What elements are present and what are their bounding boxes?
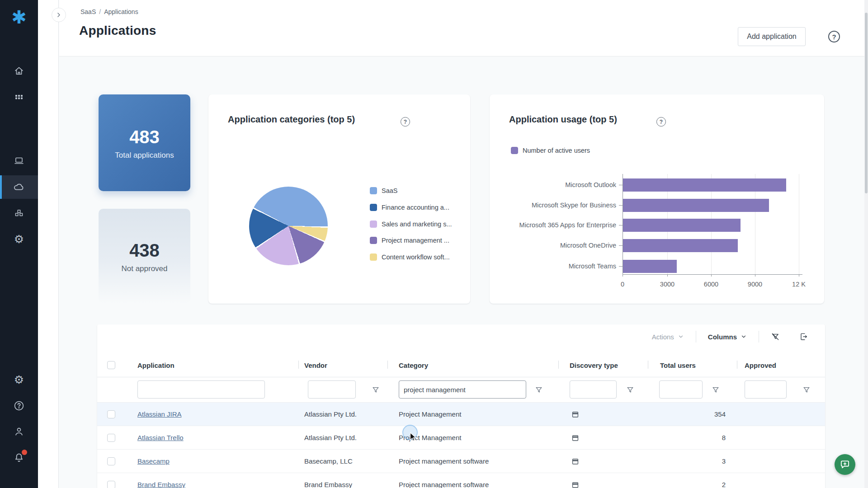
sidebar-item-organization[interactable] <box>0 201 38 225</box>
scrollbar-thumb[interactable] <box>865 13 868 193</box>
sidebar-item-help[interactable] <box>0 394 38 418</box>
legend-label: Content workflow soft... <box>382 253 450 261</box>
funnel-icon[interactable] <box>534 385 543 396</box>
legend-swatch-finance <box>370 204 377 211</box>
legend-item: Sales and marketing s... <box>370 220 452 229</box>
sidebar-item-user[interactable] <box>0 420 38 443</box>
blocks-icon <box>14 207 24 218</box>
bar-microsoft-outlook[interactable] <box>623 178 786 192</box>
legend-swatch-active-users <box>511 147 518 154</box>
column-divider <box>387 361 388 369</box>
legend-item: Finance accounting a... <box>370 203 449 212</box>
sidebar-item-apps[interactable] <box>0 85 38 108</box>
bar-microsoft-teams[interactable] <box>623 260 677 273</box>
bar-microsoft-365-apps[interactable] <box>623 219 741 232</box>
bar-chart-help-icon[interactable]: ? <box>656 117 666 127</box>
gear-icon: ⚙ <box>14 234 24 245</box>
expand-panel-button[interactable] <box>52 8 66 22</box>
y-axis-tick <box>619 245 623 246</box>
category-filter-input[interactable] <box>399 380 526 399</box>
x-tick-label: 6000 <box>695 281 727 288</box>
pie-chart-help-icon[interactable]: ? <box>401 117 410 127</box>
sidebar-item-admin-settings[interactable]: ⚙ <box>0 368 38 391</box>
application-link[interactable]: Atlassian JIRA <box>137 403 182 426</box>
vendor-filter-input[interactable] <box>308 380 356 399</box>
bar-microsoft-skype[interactable] <box>623 199 769 212</box>
table-row[interactable]: Atlassian JIRA Atlassian Pty Ltd. Projec… <box>97 402 825 426</box>
notification-badge <box>22 450 27 455</box>
table-row[interactable]: Basecamp Basecamp, LLC Project managemen… <box>97 449 825 473</box>
bar-legend-item: Number of active users <box>511 146 590 155</box>
pie-chart[interactable] <box>249 187 328 265</box>
vendor-cell: Basecamp, LLC <box>304 450 353 473</box>
funnel-icon[interactable] <box>371 385 380 396</box>
clear-filters-button[interactable] <box>766 332 784 341</box>
y-axis-tick <box>619 266 623 267</box>
table-row[interactable]: Atlassian Trello Atlassian Pty Ltd. Proj… <box>97 426 825 449</box>
select-all-checkbox[interactable] <box>107 361 115 369</box>
funnel-icon[interactable] <box>626 385 635 396</box>
chevron-down-icon <box>741 333 747 340</box>
total-users-filter-input[interactable] <box>659 380 703 399</box>
not-approved-card: 438 Not approved <box>99 209 190 304</box>
x-tick-label: 3000 <box>651 281 683 288</box>
browser-discovery-icon <box>571 410 580 421</box>
support-chat-button[interactable] <box>835 454 855 475</box>
column-header-discovery-type[interactable]: Discovery type <box>570 361 618 369</box>
sidebar-item-settings[interactable]: ⚙ <box>0 227 38 251</box>
legend-label: Project management ... <box>382 237 449 244</box>
brand-logo-icon[interactable]: ✱ <box>0 6 38 28</box>
bar-microsoft-onedrive[interactable] <box>623 239 738 252</box>
bar-chart-title: Application usage (top 5) <box>509 114 617 125</box>
browser-discovery-icon <box>571 457 580 468</box>
discovery-type-filter-input[interactable] <box>570 380 617 399</box>
breadcrumb-saas[interactable]: SaaS <box>80 8 96 15</box>
application-link[interactable]: Atlassian Trello <box>137 426 184 450</box>
approved-filter-input[interactable] <box>745 380 787 399</box>
row-checkbox[interactable] <box>107 481 115 488</box>
application-link[interactable]: Brand Embassy <box>137 473 185 488</box>
vendor-cell: Atlassian Pty Ltd. <box>304 403 357 426</box>
legend-swatch-sales <box>370 221 377 228</box>
column-header-total-users[interactable]: Total users <box>660 361 696 369</box>
x-axis-tick <box>799 274 799 277</box>
row-checkbox[interactable] <box>107 410 115 418</box>
cloud-icon <box>13 181 25 193</box>
total-users-cell: 3 <box>659 450 726 473</box>
sidebar-item-home[interactable] <box>0 59 38 83</box>
legend-item: SaaS <box>370 186 397 195</box>
actions-dropdown[interactable]: Actions <box>652 333 684 341</box>
add-application-button[interactable]: Add application <box>738 27 806 46</box>
gear-icon: ⚙ <box>14 374 24 385</box>
page-help-icon[interactable]: ? <box>828 31 840 42</box>
column-header-category[interactable]: Category <box>399 361 428 369</box>
column-divider <box>298 361 299 369</box>
table-header-row: Application Vendor Category Discovery ty… <box>97 349 825 377</box>
column-header-vendor[interactable]: Vendor <box>304 361 327 369</box>
row-checkbox[interactable] <box>107 434 115 442</box>
columns-dropdown[interactable]: Columns <box>708 333 747 341</box>
funnel-icon[interactable] <box>802 385 811 396</box>
secondary-panel-collapsed <box>38 0 59 488</box>
sidebar-item-devices[interactable] <box>0 149 38 172</box>
x-tick-label: 12 K <box>783 281 815 288</box>
sidebar-item-saas[interactable] <box>0 175 38 199</box>
breadcrumb-applications: Applications <box>104 8 138 15</box>
x-tick-label: 9000 <box>739 281 771 288</box>
bar-category-label: Microsoft Skype for Business <box>508 199 616 212</box>
total-applications-value: 483 <box>99 127 190 147</box>
column-divider <box>558 361 559 369</box>
column-header-approved[interactable]: Approved <box>745 361 776 369</box>
page-scrollbar[interactable] <box>864 0 868 488</box>
export-button[interactable] <box>794 332 812 341</box>
funnel-icon[interactable] <box>711 385 720 396</box>
sidebar-item-notifications[interactable] <box>0 446 38 469</box>
row-checkbox[interactable] <box>107 457 115 465</box>
help-circle-icon <box>13 400 25 412</box>
application-filter-input[interactable] <box>137 380 265 399</box>
column-header-application[interactable]: Application <box>137 361 175 369</box>
bar-plot-area <box>623 174 802 274</box>
export-icon <box>799 332 808 341</box>
table-row[interactable]: Brand Embassy Brand Embassy Project mana… <box>97 473 825 488</box>
application-link[interactable]: Basecamp <box>137 450 170 473</box>
